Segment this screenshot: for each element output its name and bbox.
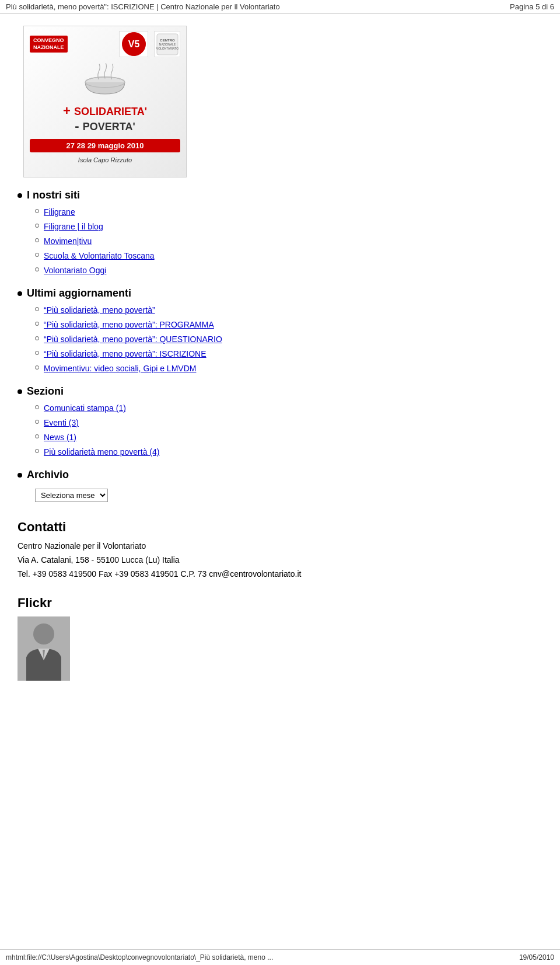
ultimi-item-3[interactable]: “Più solidarietà, meno povertà”: ISCRIZI… bbox=[44, 348, 206, 360]
bullet-archivio bbox=[18, 473, 22, 478]
bullet-nostri-siti bbox=[18, 193, 22, 198]
list-item: Filigrane | il blog bbox=[35, 221, 542, 233]
header-bar: Più solidarietà, meno povertà": ISCRIZIO… bbox=[0, 0, 560, 14]
nostri-siti-item-0[interactable]: Filigrane bbox=[44, 206, 75, 218]
list-item: Movimen|tivu bbox=[35, 235, 542, 248]
bullet-ultimi bbox=[18, 291, 22, 296]
sezioni-item-3[interactable]: Più solidarietà meno povertà (4) bbox=[44, 446, 159, 458]
sub-bullet-icon bbox=[35, 405, 39, 409]
flickr-section: Flickr bbox=[18, 595, 542, 681]
list-item: Scuola & Volontariato Toscana bbox=[35, 250, 542, 262]
sub-bullet-icon bbox=[35, 449, 39, 453]
list-item: Più solidarietà meno povertà (4) bbox=[35, 446, 542, 458]
sub-bullet-icon bbox=[35, 351, 39, 355]
sub-bullet-icon bbox=[35, 434, 39, 438]
nostri-siti-heading-text: I nostri siti bbox=[27, 189, 80, 201]
flickr-person-image bbox=[18, 616, 70, 681]
list-item: Filigrane bbox=[35, 206, 542, 218]
main-content: CONVEGNONAZIONALE V5 CENTR bbox=[0, 14, 560, 692]
svg-text:CENTRO: CENTRO bbox=[160, 39, 175, 42]
sub-bullet-icon bbox=[35, 253, 39, 257]
contatti-line2: Via A. Catalani, 158 - 55100 Lucca (Lu) … bbox=[18, 553, 542, 567]
small-logo: CENTRO NAZIONALE VOLONTARIATO bbox=[154, 31, 180, 57]
ultimi-item-2[interactable]: “Più solidarietà, meno povertà”: QUESTIO… bbox=[44, 333, 222, 346]
sezioni-item-2[interactable]: News (1) bbox=[44, 431, 76, 444]
ultimi-item-1[interactable]: “Più solidarietà, meno povertà”: PROGRAM… bbox=[44, 319, 214, 331]
section-heading-nostri-siti: I nostri siti bbox=[18, 189, 542, 201]
section-heading-archivio: Archivio bbox=[18, 469, 542, 481]
slogan-plus-line: + SOLIDARIETA' bbox=[33, 103, 177, 119]
bullet-sezioni bbox=[18, 389, 22, 394]
nostri-siti-item-4[interactable]: Volontariato Oggi bbox=[44, 264, 106, 277]
sub-bullet-icon bbox=[35, 224, 39, 228]
ultimi-heading-text: Ultimi aggiornamenti bbox=[27, 287, 131, 299]
svg-text:V5: V5 bbox=[128, 39, 139, 49]
ultimi-item-4[interactable]: Movimentivu: video sociali, Gipi e LMVDM bbox=[44, 363, 196, 375]
list-item: News (1) bbox=[35, 431, 542, 444]
list-item: Volontariato Oggi bbox=[35, 264, 542, 277]
svg-text:VOLONTARIATO: VOLONTARIATO bbox=[156, 47, 178, 50]
sub-bullet-icon bbox=[35, 365, 39, 370]
slogan-solidarieta: SOLIDARIETA' bbox=[74, 106, 147, 117]
list-item: “Più solidarietà, meno povertà”: PROGRAM… bbox=[35, 319, 542, 331]
bottom-path-text: mhtml:file://C:\Users\Agostina\Desktop\c… bbox=[6, 953, 508, 961]
archive-select-container: Seleziona mese bbox=[35, 489, 108, 502]
list-item: Eventi (3) bbox=[35, 417, 542, 429]
header-page: Pagina 5 di 6 bbox=[510, 2, 554, 11]
list-item: “Più solidarietà, meno povertà”: ISCRIZI… bbox=[35, 348, 542, 360]
archivio-heading-text: Archivio bbox=[27, 469, 69, 481]
list-item: “Più solidarietà, meno povertà” bbox=[35, 304, 542, 316]
svg-point-9 bbox=[33, 623, 54, 645]
list-item: “Più solidarietà, meno povertà”: QUESTIO… bbox=[35, 333, 542, 346]
event-logo-v5: V5 bbox=[119, 31, 148, 57]
event-image-container: CONVEGNONAZIONALE V5 CENTR bbox=[23, 26, 542, 177]
event-image-inner: CONVEGNONAZIONALE V5 CENTR bbox=[24, 26, 186, 177]
svg-text:NAZIONALE: NAZIONALE bbox=[159, 43, 176, 46]
list-item: Comunicati stampa (1) bbox=[35, 402, 542, 414]
sezioni-item-0[interactable]: Comunicati stampa (1) bbox=[44, 402, 126, 414]
event-dates: 27 28 29 maggio 2010 bbox=[30, 139, 180, 152]
sub-bullet-icon bbox=[35, 336, 39, 340]
flickr-image bbox=[18, 616, 70, 681]
section-heading-sezioni: Sezioni bbox=[18, 385, 542, 398]
flickr-heading: Flickr bbox=[18, 595, 542, 611]
section-heading-ultimi: Ultimi aggiornamenti bbox=[18, 287, 542, 299]
contatti-line1: Centro Nazionale per il Volontariato bbox=[18, 539, 542, 553]
sub-bullet-icon bbox=[35, 238, 39, 242]
contatti-heading: Contatti bbox=[18, 520, 542, 535]
event-image: CONVEGNONAZIONALE V5 CENTR bbox=[23, 26, 187, 177]
bottom-bar: mhtml:file://C:\Users\Agostina\Desktop\c… bbox=[0, 949, 560, 965]
event-badge: CONVEGNONAZIONALE bbox=[30, 36, 68, 53]
sezioni-item-1[interactable]: Eventi (3) bbox=[44, 417, 79, 429]
archive-month-select[interactable]: Seleziona mese bbox=[35, 489, 108, 502]
slogan-minus-text: - bbox=[75, 119, 82, 133]
nostri-siti-item-2[interactable]: Movimen|tivu bbox=[44, 235, 92, 248]
contatti-section: Contatti Centro Nazionale per il Volonta… bbox=[18, 520, 542, 581]
bottom-date-text: 19/05/2010 bbox=[519, 953, 554, 961]
sub-bullet-icon bbox=[35, 322, 39, 326]
sub-bullet-icon bbox=[35, 420, 39, 424]
header-title: Più solidarietà, meno povertà": ISCRIZIO… bbox=[6, 2, 510, 11]
sub-bullet-icon bbox=[35, 267, 39, 271]
sub-bullet-icon bbox=[35, 307, 39, 311]
slogan-plus-text: + bbox=[63, 103, 74, 118]
sezioni-heading-text: Sezioni bbox=[27, 385, 64, 398]
event-slogan: + SOLIDARIETA' - POVERTA' bbox=[24, 100, 186, 137]
sezioni-list: Comunicati stampa (1) Eventi (3) News (1… bbox=[35, 402, 542, 458]
nostri-siti-item-1[interactable]: Filigrane | il blog bbox=[44, 221, 103, 233]
event-header-row: CONVEGNONAZIONALE V5 CENTR bbox=[24, 26, 186, 60]
bowl-area bbox=[24, 60, 186, 100]
ultimi-aggiornamenti-list: “Più solidarietà, meno povertà” “Più sol… bbox=[35, 304, 542, 375]
slogan-poverta: POVERTA' bbox=[83, 121, 135, 133]
slogan-minus-line: - POVERTA' bbox=[33, 119, 177, 134]
event-location: Isola Capo Rizzuto bbox=[24, 155, 186, 166]
nostri-siti-list: Filigrane Filigrane | il blog Movimen|ti… bbox=[35, 206, 542, 277]
nostri-siti-item-3[interactable]: Scuola & Volontariato Toscana bbox=[44, 250, 155, 262]
contatti-line3: Tel. +39 0583 419500 Fax +39 0583 419501… bbox=[18, 567, 542, 581]
contatti-text: Centro Nazionale per il Volontariato Via… bbox=[18, 539, 542, 581]
sub-bullet-icon bbox=[35, 209, 39, 213]
ultimi-item-0[interactable]: “Più solidarietà, meno povertà” bbox=[44, 304, 155, 316]
list-item: Movimentivu: video sociali, Gipi e LMVDM bbox=[35, 363, 542, 375]
